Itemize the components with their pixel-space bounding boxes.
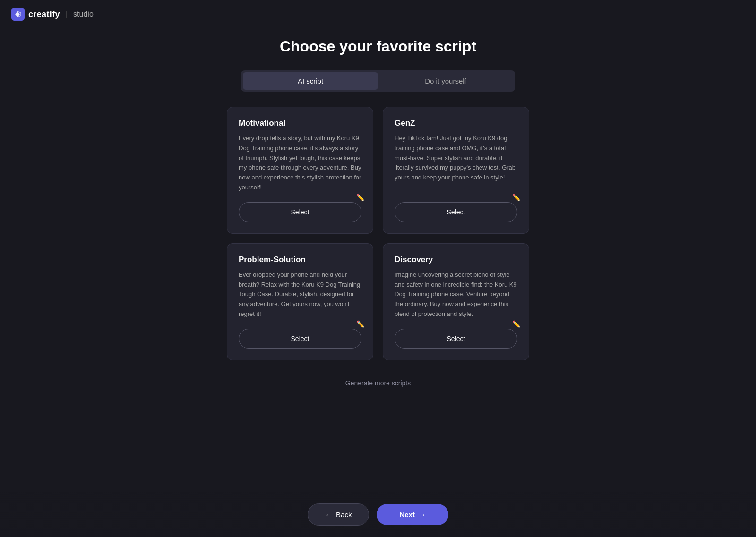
edit-icon-motivational[interactable]: ✏️ bbox=[356, 194, 364, 201]
script-card-genz: GenZ Hey TikTok fam! Just got my Koru K9… bbox=[383, 107, 529, 234]
script-text-discovery: Imagine uncovering a secret blend of sty… bbox=[395, 270, 517, 319]
main-content: Choose your favorite script AI script Do… bbox=[0, 0, 756, 537]
script-title-motivational: Motivational bbox=[239, 119, 361, 128]
logo-icon bbox=[11, 8, 25, 21]
generate-more-button[interactable]: Generate more scripts bbox=[338, 375, 419, 391]
logo-text: creatify bbox=[28, 9, 60, 19]
select-button-genz[interactable]: Select bbox=[395, 202, 517, 222]
scripts-grid: Motivational Every drop tells a story, b… bbox=[227, 107, 529, 360]
script-card-discovery: Discovery Imagine uncovering a secret bl… bbox=[383, 243, 529, 360]
logo-studio-label: studio bbox=[73, 10, 94, 18]
back-button[interactable]: Back bbox=[308, 503, 369, 526]
script-text-motivational: Every drop tells a story, but with my Ko… bbox=[239, 134, 361, 193]
back-label: Back bbox=[336, 511, 352, 519]
back-arrow-icon bbox=[325, 511, 332, 519]
select-button-motivational[interactable]: Select bbox=[239, 202, 361, 222]
edit-icon-discovery[interactable]: ✏️ bbox=[512, 320, 520, 328]
script-text-genz: Hey TikTok fam! Just got my Koru K9 dog … bbox=[395, 134, 517, 193]
tab-ai-script[interactable]: AI script bbox=[243, 72, 378, 90]
script-text-problem-solution: Ever dropped your phone and held your br… bbox=[239, 270, 361, 319]
next-arrow-icon bbox=[419, 511, 426, 519]
next-button[interactable]: Next bbox=[377, 504, 448, 525]
page-title: Choose your favorite script bbox=[280, 38, 476, 55]
script-title-problem-solution: Problem-Solution bbox=[239, 255, 361, 264]
script-card-problem-solution: Problem-Solution Ever dropped your phone… bbox=[227, 243, 373, 360]
script-card-motivational: Motivational Every drop tells a story, b… bbox=[227, 107, 373, 234]
next-label: Next bbox=[399, 511, 415, 519]
select-button-problem-solution[interactable]: Select bbox=[239, 329, 361, 349]
header: creatify | studio bbox=[0, 0, 105, 28]
tabs-container: AI script Do it yourself bbox=[241, 70, 515, 92]
script-title-genz: GenZ bbox=[395, 119, 517, 128]
bottom-nav: Back Next bbox=[0, 492, 756, 537]
tab-do-it-yourself[interactable]: Do it yourself bbox=[378, 72, 513, 90]
logo-divider: | bbox=[66, 10, 68, 18]
edit-icon-genz[interactable]: ✏️ bbox=[512, 194, 520, 201]
script-title-discovery: Discovery bbox=[395, 255, 517, 264]
select-button-discovery[interactable]: Select bbox=[395, 329, 517, 349]
edit-icon-problem-solution[interactable]: ✏️ bbox=[356, 320, 364, 328]
